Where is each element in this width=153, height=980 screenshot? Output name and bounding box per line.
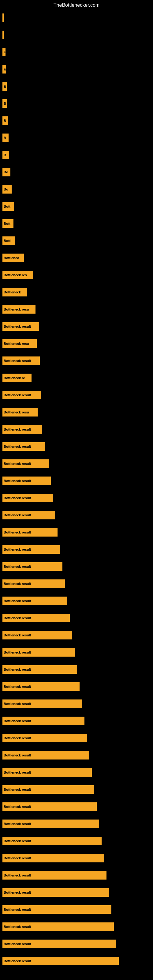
bar-item: Bottleneck result bbox=[2, 477, 51, 485]
bar-item: Bottleneck result bbox=[2, 665, 77, 674]
bar-item: Bottlenec bbox=[2, 254, 24, 262]
bar-row: Bottleneck result bbox=[0, 575, 153, 592]
bar-item: Bottleneck result bbox=[2, 425, 42, 434]
bar-item: Bottleneck res bbox=[2, 271, 33, 279]
bar-item: Bottleneck result bbox=[2, 545, 60, 554]
bar-item bbox=[2, 13, 4, 22]
bar-row: Bottleneck result bbox=[0, 387, 153, 404]
bar-item: Bottleneck result bbox=[2, 905, 112, 914]
bar-row: Bott bbox=[0, 215, 153, 232]
bar-row: Bottl bbox=[0, 232, 153, 249]
bar-item: Bottleneck result bbox=[2, 957, 119, 965]
bar-row: Bottleneck result bbox=[0, 953, 153, 970]
bar-row: Bottleneck result bbox=[0, 352, 153, 369]
bar-row: B bbox=[0, 95, 153, 112]
bar-item: Bottleneck result bbox=[2, 648, 75, 657]
site-title: TheBottlenecker.com bbox=[0, 0, 153, 10]
bar-row: Bottleneck result bbox=[0, 506, 153, 524]
bar-row: Bottleneck result bbox=[0, 472, 153, 489]
bar-item bbox=[2, 30, 4, 39]
bar-row: Bottleneck result bbox=[0, 867, 153, 884]
bar-row: Bottleneck resu bbox=[0, 335, 153, 352]
bar-row: Bottleneck result bbox=[0, 850, 153, 867]
bar-item: Bottleneck result bbox=[2, 940, 116, 948]
bar-item: Bottleneck result bbox=[2, 356, 40, 365]
bar-item: B bbox=[2, 116, 8, 125]
bar-row: Bottleneck result bbox=[0, 524, 153, 541]
bar-item: Bottleneck result bbox=[2, 579, 65, 588]
bar-item: Bottleneck result bbox=[2, 597, 67, 605]
bar-row: Bottleneck result bbox=[0, 781, 153, 798]
bar-row: Bottleneck result bbox=[0, 318, 153, 335]
bar-item: Bo bbox=[2, 185, 12, 194]
bar-row: Bottleneck result bbox=[0, 747, 153, 764]
bar-row: Bott bbox=[0, 198, 153, 215]
bar-item: Bottleneck result bbox=[2, 768, 92, 776]
bar-row: Bottleneck result bbox=[0, 712, 153, 730]
bar-item: Bottleneck result bbox=[2, 511, 55, 519]
bar-item: Bottleneck result bbox=[2, 528, 57, 536]
bar-item: Bottleneck result bbox=[2, 682, 80, 691]
bar-row: B bbox=[0, 129, 153, 146]
bar-item: Bottleneck resu bbox=[2, 305, 35, 313]
bar-row: Bottlenec bbox=[0, 249, 153, 266]
bar-item: E bbox=[2, 82, 7, 91]
bar-item: Bottleneck resu bbox=[2, 339, 37, 348]
bar-row: Bottleneck result bbox=[0, 489, 153, 506]
bar-item: E bbox=[2, 48, 5, 56]
bar-row: Bottleneck result bbox=[0, 627, 153, 644]
bar-row: Bottleneck result bbox=[0, 935, 153, 953]
bar-item: Bottleneck result bbox=[2, 854, 104, 862]
bar-item: Bottleneck result bbox=[2, 734, 87, 742]
bar-item: Bottleneck result bbox=[2, 751, 89, 759]
bar-row: Bottleneck resu bbox=[0, 404, 153, 421]
bar-item: Bottleneck result bbox=[2, 391, 41, 399]
bars-container: EEEBBBBBoBoBottBottBottlBottlenecBottlen… bbox=[0, 9, 153, 970]
bar-item: Bottleneck result bbox=[2, 837, 102, 845]
bar-row: Bottleneck result bbox=[0, 541, 153, 558]
bar-item: Bo bbox=[2, 168, 10, 177]
bar-item: B bbox=[2, 151, 9, 159]
bar-row: Bottleneck re bbox=[0, 369, 153, 387]
bar-item: B bbox=[2, 134, 9, 142]
bar-row: E bbox=[0, 60, 153, 78]
bar-row: Bottleneck result bbox=[0, 918, 153, 935]
bar-row: Bottleneck result bbox=[0, 438, 153, 455]
bar-item: Bottleneck result bbox=[2, 442, 45, 451]
bar-row: Bottleneck result bbox=[0, 421, 153, 438]
bar-item: Bottleneck result bbox=[2, 494, 53, 502]
bar-item: Bott bbox=[2, 202, 14, 211]
bar-row: Bottleneck result bbox=[0, 764, 153, 781]
bar-row: Bottleneck result bbox=[0, 901, 153, 918]
bar-row: Bottleneck result bbox=[0, 798, 153, 815]
bar-row: Bottleneck result bbox=[0, 644, 153, 661]
bar-item: Bottleneck result bbox=[2, 923, 114, 931]
bar-row bbox=[0, 26, 153, 43]
bar-item: Bottleneck result bbox=[2, 785, 94, 794]
bar-row: B bbox=[0, 146, 153, 164]
bar-row: B bbox=[0, 112, 153, 129]
bar-item: E bbox=[2, 65, 6, 73]
bar-item: B bbox=[2, 99, 7, 108]
bar-item: Bottleneck result bbox=[2, 717, 84, 725]
bar-item: Bottleneck resu bbox=[2, 408, 38, 417]
bar-row: Bottleneck result bbox=[0, 695, 153, 712]
bar-row: Bottleneck res bbox=[0, 266, 153, 283]
bar-item: Bottleneck re bbox=[2, 374, 32, 382]
bar-row: Bottleneck resu bbox=[0, 301, 153, 318]
bar-item: Bottleneck result bbox=[2, 871, 107, 880]
bar-row: Bottleneck result bbox=[0, 815, 153, 832]
bar-row: Bottleneck result bbox=[0, 661, 153, 678]
bar-item: Bottleneck result bbox=[2, 322, 39, 331]
bar-row: Bottleneck result bbox=[0, 592, 153, 609]
bar-row: Bottleneck result bbox=[0, 678, 153, 695]
bar-row: Bottleneck result bbox=[0, 832, 153, 850]
bar-item: Bottleneck result bbox=[2, 700, 82, 708]
bar-item: Bottleneck result bbox=[2, 802, 97, 811]
bar-item: Bottleneck result bbox=[2, 614, 70, 622]
bar-item: Bottleneck result bbox=[2, 888, 109, 897]
bar-item: Bottleneck result bbox=[2, 819, 99, 828]
bar-row: Bottleneck result bbox=[0, 455, 153, 472]
bar-row bbox=[0, 9, 153, 26]
bar-row: Bottleneck result bbox=[0, 730, 153, 747]
